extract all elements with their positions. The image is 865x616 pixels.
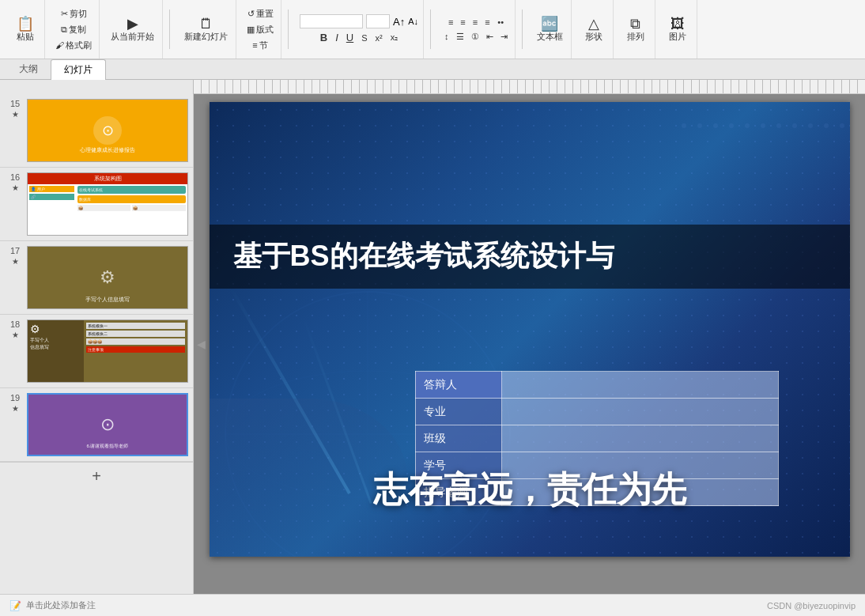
font-size-increase[interactable]: A↑	[393, 16, 405, 28]
image-icon: 🖼	[670, 17, 685, 31]
main-area: 15 ★ ⊙ 心理健康成长进修报告 16 ★ 系统架构图	[0, 94, 865, 594]
paste-button[interactable]: 📋 粘贴	[11, 15, 40, 44]
italic-button[interactable]: I	[333, 31, 341, 44]
font-size-input[interactable]: 0	[366, 14, 390, 28]
align-center-button[interactable]: ≡	[458, 17, 467, 28]
section-button[interactable]: ≡ 节	[250, 39, 270, 52]
align-left-button[interactable]: ≡	[446, 17, 455, 28]
underline-button[interactable]: U	[344, 31, 356, 44]
note-placeholder[interactable]: 单击此处添加备注	[26, 599, 96, 611]
canvas-left-arrow[interactable]: ◀	[197, 338, 206, 350]
slide-thumb-16[interactable]: 16 ★ 系统架构图 👤用户 🔗 在线考试系统	[0, 168, 193, 241]
slide-title-text: 基于BS的在线考试系统设计与	[233, 237, 826, 276]
shape-label: 形状	[585, 31, 602, 43]
slide-18-item2: 系统模块二	[86, 331, 185, 337]
add-slide-icon: +	[92, 467, 101, 486]
layout-button[interactable]: ▦ 版式	[244, 23, 276, 36]
tab-slides[interactable]: 幻灯片	[51, 59, 106, 81]
separator-2	[288, 9, 289, 49]
slide-15-icon: ⊙	[102, 122, 114, 139]
slide-16-item1: 📦	[77, 205, 131, 211]
list-button[interactable]: ☰	[454, 31, 466, 43]
separator-1	[169, 9, 170, 49]
svg-point-3	[729, 123, 734, 128]
slide-thumb-17[interactable]: 17 ★ ⚙ 手写个人信息填写	[0, 241, 193, 315]
slide-18-item3: 📦📦📦	[86, 338, 185, 345]
text-box-button[interactable]: 🔤 文本框	[534, 15, 566, 44]
indent-dec-button[interactable]: ⇤	[484, 31, 496, 43]
table-row-major: 专业	[415, 399, 778, 425]
slide-18-left: ⚙ 手写个人信息填写	[28, 320, 84, 382]
text-box-label: 文本框	[537, 31, 563, 43]
slide-star-18: ★	[12, 331, 19, 339]
label-major: 专业	[415, 399, 502, 425]
slide-preview-16: 系统架构图 👤用户 🔗 在线考试系统 数据库 📦	[27, 172, 188, 236]
bold-button[interactable]: B	[318, 31, 330, 44]
slide-16-item2: 📦	[132, 205, 186, 211]
slide-18-right: 系统模块一 系统模块二 📦📦📦 注意事项	[84, 320, 187, 382]
slide-thumb-19[interactable]: 19 ★ ⊙ 6.谢谢观看指导老师	[0, 388, 193, 462]
font-size-decrease[interactable]: A↓	[408, 17, 418, 26]
superscript-button[interactable]: x²	[373, 32, 385, 43]
cut-button[interactable]: ✂ 剪切	[59, 7, 89, 21]
table-row-class: 班级	[415, 425, 778, 452]
shape-button[interactable]: △ 形状	[580, 15, 608, 44]
image-label: 图片	[669, 31, 686, 43]
slide-18-label: 手写个人信息填写	[30, 337, 81, 351]
slide-num-col-19: 19 ★	[6, 393, 24, 413]
value-class	[502, 425, 778, 452]
align-right-button[interactable]: ≡	[470, 17, 480, 28]
slide-thumb-15[interactable]: 15 ★ ⊙ 心理健康成长进修报告	[0, 94, 193, 168]
arrange-button[interactable]: ⧉ 排列	[621, 15, 650, 44]
subscript-button[interactable]: x₂	[388, 32, 401, 43]
table-row-respondent: 答辩人	[415, 372, 778, 399]
justify-button[interactable]: ≡	[482, 17, 492, 28]
svg-point-2	[713, 123, 718, 128]
column-button[interactable]: ⦁⦁	[495, 17, 506, 28]
label-respondent: 答辩人	[415, 372, 502, 399]
slide-16-speech1: 在线考试系统	[77, 186, 186, 194]
image-button[interactable]: 🖼 图片	[663, 15, 692, 44]
copy-button[interactable]: ⧉ 复制	[59, 23, 89, 36]
slide-18-icon: ⚙	[30, 323, 81, 335]
line-spacing-button[interactable]: ↕	[442, 31, 451, 42]
reset-button[interactable]: ↺ 重置	[245, 7, 276, 21]
format-button[interactable]: 🖌 格式刷	[53, 39, 94, 52]
shape-icon: △	[588, 17, 599, 31]
slide-18-item4: 注意事项	[86, 346, 185, 353]
section-icon: ≡	[252, 40, 257, 50]
slide-17-label: 手写个人信息填写	[85, 296, 130, 304]
cut-icon: ✂	[61, 9, 68, 19]
canvas-area: 基于BS的在线考试系统设计与 答辩人 专业 班级	[194, 94, 865, 594]
add-slide-button[interactable]: +	[0, 462, 193, 490]
indent-inc-button[interactable]: ⇥	[498, 31, 510, 43]
svg-point-5	[761, 123, 765, 128]
bottom-bar: 📝 单击此处添加备注 CSDN @biyezuopinvip	[0, 594, 865, 616]
slide-num-19: 19	[10, 393, 20, 402]
new-slide-button[interactable]: 🗒 新建幻灯片	[181, 15, 231, 44]
slide-star-19: ★	[12, 404, 19, 413]
paste-label: 粘贴	[17, 31, 34, 43]
font-name-input[interactable]	[300, 14, 363, 28]
numbering-button[interactable]: ①	[469, 31, 482, 43]
arrange-icon: ⧉	[630, 17, 640, 31]
slide-star-17: ★	[12, 257, 19, 266]
slide-19-icon: ⊙	[100, 414, 115, 435]
play-button[interactable]: ▶ 从当前开始	[108, 15, 157, 44]
slide-19-label: 6.谢谢观看指导老师	[86, 443, 128, 450]
slide-canvas[interactable]: 基于BS的在线考试系统设计与 答辩人 专业 班级	[210, 102, 850, 557]
paste-group: 📋 粘贴	[6, 0, 45, 59]
slide-num-col-15: 15 ★	[6, 99, 24, 119]
slide-15-label-area: 心理健康成长进修报告	[28, 141, 187, 155]
shape-group: △ 形状	[575, 0, 614, 59]
slide-motto: 志存高远，责任为先	[210, 467, 850, 513]
strikethrough-button[interactable]: S	[359, 32, 369, 43]
tab-outline[interactable]: 大纲	[6, 59, 51, 79]
slide-16-left: 👤用户 🔗	[28, 184, 76, 235]
slide-thumb-18[interactable]: 18 ★ ⚙ 手写个人信息填写 系统模块一 系统模块二 📦📦📦 注意事项	[0, 315, 193, 388]
play-group: ▶ 从当前开始	[103, 0, 163, 59]
layout-group: ↺ 重置 ▦ 版式 ≡ 节	[240, 0, 281, 59]
slide-num-18: 18	[10, 319, 20, 329]
paragraph-group: ≡ ≡ ≡ ≡ ⦁⦁ ↕ ☰ ① ⇤ ⇥	[437, 0, 516, 59]
slide-num-col-17: 17 ★	[6, 246, 24, 266]
